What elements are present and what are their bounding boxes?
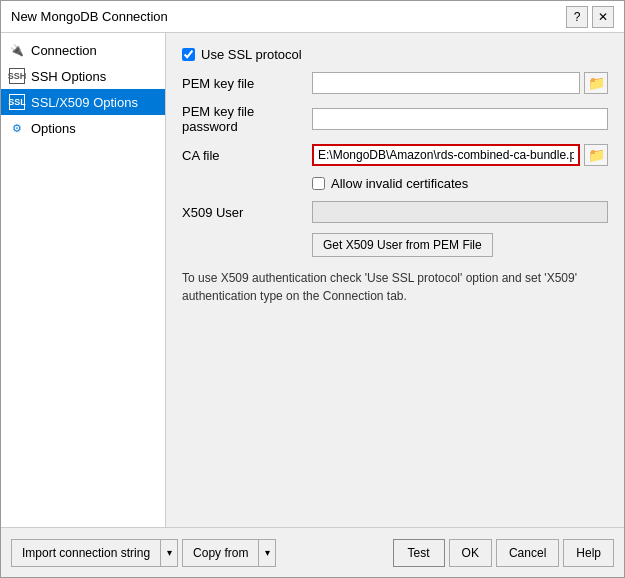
- test-button[interactable]: Test: [393, 539, 445, 567]
- copy-from-dropdown[interactable]: ▾: [258, 539, 276, 567]
- sidebar: 🔌 Connection SSH SSH Options SSL SSL/X50…: [1, 33, 166, 527]
- pem-key-file-label: PEM key file: [182, 76, 312, 91]
- ssh-icon: SSH: [9, 68, 25, 84]
- dialog-title: New MongoDB Connection: [11, 9, 168, 24]
- cancel-button[interactable]: Cancel: [496, 539, 559, 567]
- x509-user-row: X509 User: [182, 201, 608, 223]
- main-panel: Use SSL protocol PEM key file 📁 PEM key …: [166, 33, 624, 527]
- ca-file-wrap: E:\MongoDB\Amazon\rds-combined-ca-bundle…: [312, 144, 608, 166]
- pem-password-input[interactable]: [312, 108, 608, 130]
- sidebar-label-connection: Connection: [31, 43, 97, 58]
- ok-button[interactable]: OK: [449, 539, 492, 567]
- ca-file-row: CA file E:\MongoDB\Amazon\rds-combined-c…: [182, 144, 608, 166]
- import-connection-string-dropdown[interactable]: ▾: [160, 539, 178, 567]
- copy-dropdown-arrow-icon: ▾: [265, 547, 270, 558]
- x509-user-wrap: [312, 201, 608, 223]
- pem-password-wrap: [312, 108, 608, 130]
- sidebar-item-ssl-options[interactable]: SSL SSL/X509 Options: [1, 89, 165, 115]
- title-bar: New MongoDB Connection ? ✕: [1, 1, 624, 33]
- info-line1: To use X509 authentication check 'Use SS…: [182, 271, 577, 285]
- pem-key-file-wrap: 📁: [312, 72, 608, 94]
- help-button[interactable]: ?: [566, 6, 588, 28]
- close-button[interactable]: ✕: [592, 6, 614, 28]
- help-bottom-button[interactable]: Help: [563, 539, 614, 567]
- get-x509-row: Get X509 User from PEM File: [182, 233, 608, 257]
- use-ssl-label: Use SSL protocol: [201, 47, 302, 62]
- sidebar-label-options: Options: [31, 121, 76, 136]
- get-x509-button[interactable]: Get X509 User from PEM File: [312, 233, 493, 257]
- pem-password-label: PEM key file password: [182, 104, 312, 134]
- use-ssl-row: Use SSL protocol: [182, 47, 608, 62]
- x509-user-input[interactable]: [312, 201, 608, 223]
- ca-file-label: CA file: [182, 148, 312, 163]
- sidebar-label-ssh: SSH Options: [31, 69, 106, 84]
- import-connection-string-button[interactable]: Import connection string: [11, 539, 160, 567]
- connection-icon: 🔌: [9, 42, 25, 58]
- ca-file-browse-button[interactable]: 📁: [584, 144, 608, 166]
- ca-file-input[interactable]: E:\MongoDB\Amazon\rds-combined-ca-bundle…: [312, 144, 580, 166]
- allow-invalid-label: Allow invalid certificates: [331, 176, 468, 191]
- options-icon: ⚙: [9, 120, 25, 136]
- import-connection-string-split-button: Import connection string ▾: [11, 539, 178, 567]
- folder-icon-ca: 📁: [588, 147, 605, 163]
- content-area: 🔌 Connection SSH SSH Options SSL SSL/X50…: [1, 33, 624, 527]
- pem-password-row: PEM key file password: [182, 104, 608, 134]
- ssl-icon: SSL: [9, 94, 25, 110]
- sidebar-item-ssh-options[interactable]: SSH SSH Options: [1, 63, 165, 89]
- pem-key-file-row: PEM key file 📁: [182, 72, 608, 94]
- dialog: New MongoDB Connection ? ✕ 🔌 Connection …: [0, 0, 625, 578]
- sidebar-label-ssl: SSL/X509 Options: [31, 95, 138, 110]
- copy-from-button[interactable]: Copy from: [182, 539, 258, 567]
- pem-key-file-input[interactable]: [312, 72, 580, 94]
- allow-invalid-row: Allow invalid certificates: [312, 176, 608, 191]
- x509-user-label: X509 User: [182, 205, 312, 220]
- dropdown-arrow-icon: ▾: [167, 547, 172, 558]
- folder-icon: 📁: [588, 75, 605, 91]
- sidebar-item-connection[interactable]: 🔌 Connection: [1, 37, 165, 63]
- allow-invalid-checkbox[interactable]: [312, 177, 325, 190]
- sidebar-item-options[interactable]: ⚙ Options: [1, 115, 165, 141]
- bottom-bar: Import connection string ▾ Copy from ▾ T…: [1, 527, 624, 577]
- title-bar-buttons: ? ✕: [566, 6, 614, 28]
- info-text: To use X509 authentication check 'Use SS…: [182, 269, 608, 305]
- use-ssl-checkbox[interactable]: [182, 48, 195, 61]
- info-line2: authentication type on the Connection ta…: [182, 289, 407, 303]
- pem-key-file-browse-button[interactable]: 📁: [584, 72, 608, 94]
- copy-from-split-button: Copy from ▾: [182, 539, 276, 567]
